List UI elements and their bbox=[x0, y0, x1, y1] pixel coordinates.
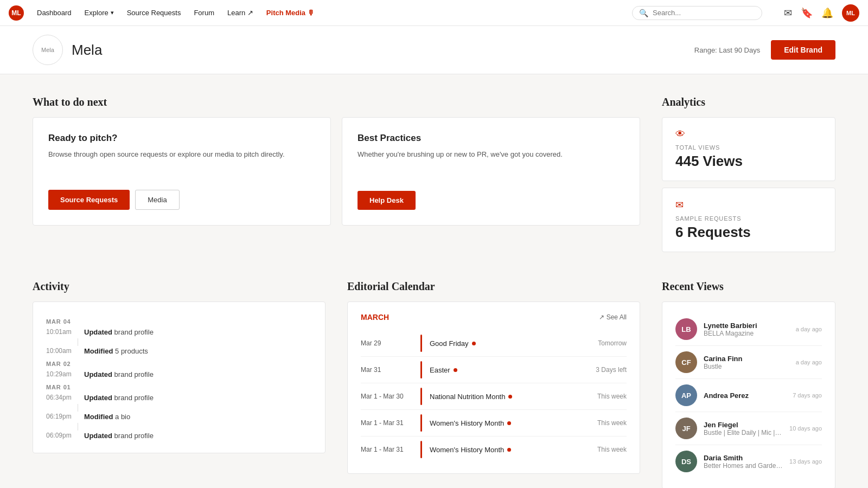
ready-to-pitch-title: Ready to pitch? bbox=[48, 133, 315, 144]
avatar: CF bbox=[675, 351, 697, 373]
event-dot bbox=[454, 368, 457, 372]
avatar: AP bbox=[675, 384, 697, 406]
recent-info: Lynette Barbieri BELLA Magazine bbox=[704, 322, 789, 337]
eye-icon: 👁 bbox=[675, 129, 822, 140]
nav-icons: ✉ 🔖 🔔 ML bbox=[784, 4, 859, 22]
bookmark-icon[interactable]: 🔖 bbox=[801, 7, 813, 19]
total-views-card: 👁 TOTAL VIEWS 445 Views bbox=[662, 117, 835, 181]
activity-item: 10:01am Updated brand profile bbox=[46, 328, 312, 336]
editorial-row: Mar 31 Easter 3 Days left bbox=[361, 357, 627, 383]
recent-view-item[interactable]: JF Jen Fiegel Bustle | Elite Daily | Mic… bbox=[675, 412, 822, 445]
best-practices-card: Best Practices Whether you're brushing u… bbox=[342, 117, 640, 226]
recent-name: Jen Fiegel bbox=[704, 421, 783, 429]
recent-time: 10 days ago bbox=[789, 425, 822, 432]
editorial-header: MARCH ↗ See All bbox=[361, 313, 627, 322]
top-grid: What to do next Ready to pitch? Browse t… bbox=[33, 96, 835, 259]
nav-explore[interactable]: Explore ▾ bbox=[85, 9, 114, 17]
analytics-section: Analytics 👁 TOTAL VIEWS 445 Views ✉ SAMP… bbox=[662, 96, 835, 259]
ready-to-pitch-desc: Browse through open source requests or e… bbox=[48, 149, 315, 160]
mail-analytics-icon: ✉ bbox=[675, 199, 822, 211]
best-practices-title: Best Practices bbox=[358, 133, 624, 144]
source-requests-button[interactable]: Source Requests bbox=[48, 190, 130, 210]
nav-pitch-media[interactable]: Pitch Media 🎙 bbox=[266, 9, 315, 17]
recent-view-item[interactable]: AP Andrea Perez 7 days ago bbox=[675, 379, 822, 412]
recent-views-section: Recent Views LB Lynette Barbieri BELLA M… bbox=[662, 280, 835, 488]
event-dot bbox=[507, 448, 511, 452]
editorial-card: MARCH ↗ See All Mar 29 Good Friday Tomor… bbox=[347, 301, 640, 474]
activity-section: Activity MAR 04 10:01am Updated brand pr… bbox=[33, 280, 326, 488]
recent-name: Daria Smith bbox=[704, 454, 783, 462]
activity-item: 10:00am Modified 5 products bbox=[46, 347, 312, 355]
see-all-link[interactable]: ↗ See All bbox=[599, 313, 627, 321]
recent-publication: Bustle | Elite Daily | Mic | The ... bbox=[704, 429, 783, 436]
activity-date-mar01: MAR 01 bbox=[46, 384, 312, 390]
search-icon: 🔍 bbox=[639, 9, 648, 17]
search-input[interactable] bbox=[653, 9, 755, 17]
event-dot bbox=[507, 421, 511, 425]
ready-to-pitch-card: Ready to pitch? Browse through open sour… bbox=[33, 117, 331, 226]
media-button[interactable]: Media bbox=[135, 190, 179, 210]
activity-date-mar02: MAR 02 bbox=[46, 361, 312, 367]
editorial-row: Mar 1 - Mar 30 National Nutrition Month … bbox=[361, 383, 627, 410]
activity-item: 06:09pm Updated brand profile bbox=[46, 432, 312, 440]
recent-time: a day ago bbox=[796, 359, 822, 365]
editorial-bar bbox=[420, 335, 422, 352]
recent-time: 13 days ago bbox=[789, 458, 822, 465]
range-label: Range: Last 90 Days bbox=[694, 46, 760, 54]
chevron-down-icon: ▾ bbox=[111, 9, 114, 16]
search-bar[interactable]: 🔍 bbox=[632, 6, 762, 20]
recent-info: Jen Fiegel Bustle | Elite Daily | Mic | … bbox=[704, 421, 783, 436]
brand-header: Mela Mela Range: Last 90 Days Edit Brand bbox=[0, 26, 868, 74]
what-to-do-next-section: What to do next Ready to pitch? Browse t… bbox=[33, 96, 640, 259]
what-to-do-next-title: What to do next bbox=[33, 96, 640, 108]
activity-item: 06:34pm Updated brand profile bbox=[46, 394, 312, 402]
editorial-bar bbox=[420, 414, 422, 432]
total-views-value: 445 Views bbox=[675, 153, 822, 170]
activity-card: MAR 04 10:01am Updated brand profile 10:… bbox=[33, 301, 326, 453]
recent-publication: BELLA Magazine bbox=[704, 330, 789, 337]
pitch-card-actions: Source Requests Media bbox=[48, 190, 315, 210]
bottom-grid: Activity MAR 04 10:01am Updated brand pr… bbox=[33, 280, 835, 488]
nav-learn[interactable]: Learn ↗ bbox=[227, 9, 253, 17]
help-desk-button[interactable]: Help Desk bbox=[358, 191, 416, 210]
nav-source-requests[interactable]: Source Requests bbox=[127, 9, 181, 17]
recent-name: Lynette Barbieri bbox=[704, 322, 789, 330]
user-avatar[interactable]: ML bbox=[842, 4, 859, 22]
editorial-row: Mar 1 - Mar 31 Women's History Month Thi… bbox=[361, 436, 627, 463]
recent-info: Andrea Perez bbox=[704, 391, 786, 400]
brand-header-right: Range: Last 90 Days Edit Brand bbox=[694, 40, 835, 60]
activity-divider bbox=[78, 423, 78, 431]
brand-info: Mela Mela bbox=[33, 35, 102, 65]
recent-view-item[interactable]: LB Lynette Barbieri BELLA Magazine a day… bbox=[675, 313, 822, 346]
activity-date-mar04: MAR 04 bbox=[46, 318, 312, 325]
sample-requests-value: 6 Requests bbox=[675, 224, 822, 241]
avatar: JF bbox=[675, 418, 697, 439]
nav-dashboard[interactable]: Dashboard bbox=[37, 9, 72, 17]
notification-icon[interactable]: 🔔 bbox=[821, 7, 833, 19]
event-dot bbox=[508, 395, 512, 399]
recent-time: 7 days ago bbox=[793, 392, 822, 399]
event-dot bbox=[472, 342, 476, 345]
recent-publication: Bustle bbox=[704, 363, 789, 370]
editorial-calendar-section: Editorial Calendar MARCH ↗ See All Mar 2… bbox=[347, 280, 640, 488]
recent-view-item[interactable]: CF Carina Finn Bustle a day ago bbox=[675, 346, 822, 379]
nav-forum[interactable]: Forum bbox=[194, 9, 214, 17]
activity-title: Activity bbox=[33, 280, 326, 293]
analytics-title: Analytics bbox=[662, 96, 835, 108]
editorial-bar bbox=[420, 388, 422, 405]
recent-name: Carina Finn bbox=[704, 355, 789, 363]
pitch-cards: Ready to pitch? Browse through open sour… bbox=[33, 117, 640, 226]
mail-icon[interactable]: ✉ bbox=[784, 7, 792, 19]
editorial-month: MARCH bbox=[361, 313, 389, 322]
recent-info: Carina Finn Bustle bbox=[704, 355, 789, 370]
best-practices-desc: Whether you're brushing up or new to PR,… bbox=[358, 149, 624, 160]
recent-view-item[interactable]: DS Daria Smith Better Homes and Gardens … bbox=[675, 445, 822, 478]
nav-logo: ML bbox=[9, 5, 24, 21]
edit-brand-button[interactable]: Edit Brand bbox=[771, 40, 835, 60]
activity-item: 06:19pm Modified a bio bbox=[46, 413, 312, 421]
recent-views-card: LB Lynette Barbieri BELLA Magazine a day… bbox=[662, 301, 835, 488]
sample-requests-card: ✉ SAMPLE REQUESTS 6 Requests bbox=[662, 188, 835, 252]
recent-info: Daria Smith Better Homes and Gardens | F… bbox=[704, 454, 783, 470]
recent-views-title: Recent Views bbox=[662, 280, 835, 293]
topnav: ML Dashboard Explore ▾ Source Requests F… bbox=[0, 0, 868, 26]
